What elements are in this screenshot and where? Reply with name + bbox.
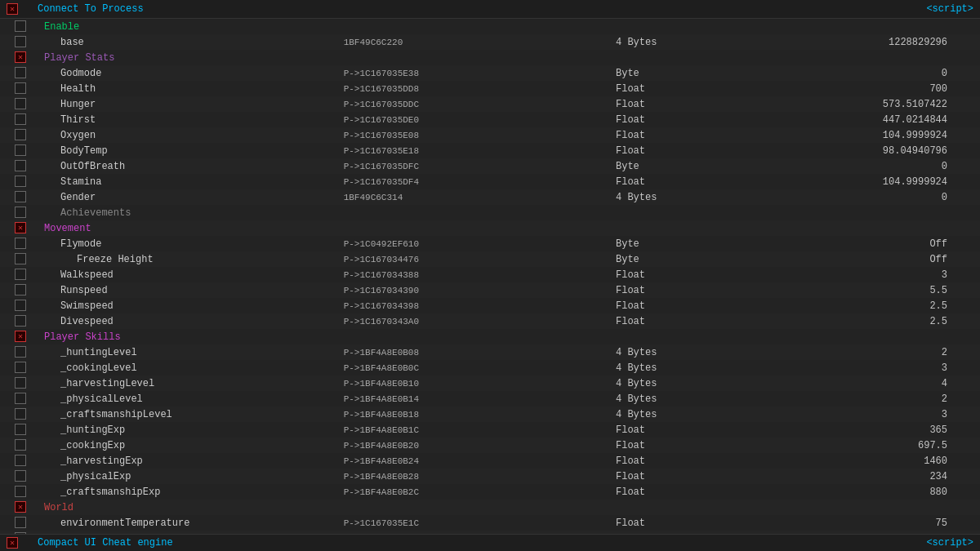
footer-checkbox[interactable]: ✕ <box>7 537 18 549</box>
table-row: BodyTemp P->1C167035E18 Float 98.0494079… <box>0 143 980 158</box>
row-value: 5.5 <box>776 282 980 298</box>
enable-value <box>776 19 980 34</box>
group-type <box>612 329 776 344</box>
row-checkbox[interactable] <box>15 284 26 295</box>
row-addr: P->1C167035DF4 <box>341 174 612 189</box>
row-addr: P->1BF4A8E0B10 <box>341 375 612 391</box>
row-checkbox[interactable] <box>15 36 26 47</box>
row-type: Byte <box>612 236 776 251</box>
row-addr: P->1C167035E38 <box>341 65 612 81</box>
enable-addr <box>341 19 612 34</box>
row-checkbox[interactable] <box>15 82 26 94</box>
row-value: 0 <box>776 65 980 81</box>
row-checkbox[interactable] <box>15 455 26 466</box>
row-checkbox[interactable] <box>15 238 26 249</box>
row-type: 4 Bytes <box>612 407 776 422</box>
row-checkbox[interactable] <box>15 253 26 264</box>
table-row: Health P->1C167035DD8 Float 700 <box>0 81 980 96</box>
row-addr: P->1C167035DFC <box>341 158 612 174</box>
connect-button[interactable]: Connect To Process <box>38 3 144 15</box>
group-checkbox[interactable]: ✕ <box>15 501 26 513</box>
main-container: ✕ Connect To Process <script> Enable bas… <box>0 0 980 551</box>
row-checkbox[interactable] <box>15 207 26 218</box>
row-type: Float <box>612 313 776 329</box>
row-addr: P->1C167035DDC <box>341 96 612 112</box>
table-row: Hunger P->1C167035DDC Float 573.5107422 <box>0 96 980 112</box>
row-checkbox[interactable] <box>15 67 26 78</box>
row-checkbox[interactable] <box>15 269 26 280</box>
row-name: _physicalExp <box>41 469 341 484</box>
row-checkbox[interactable] <box>15 113 26 125</box>
row-type: Float <box>612 143 776 158</box>
row-checkbox[interactable] <box>15 191 26 202</box>
row-checkbox[interactable] <box>15 377 26 389</box>
group-checkbox[interactable]: ✕ <box>15 51 26 63</box>
row-value: 104.9999924 <box>776 174 980 189</box>
row-checkbox[interactable] <box>15 346 26 358</box>
group-value <box>776 50 980 65</box>
header-checkbox[interactable]: ✕ <box>7 3 18 15</box>
row-value: 365 <box>776 422 980 438</box>
row-name: Walkspeed <box>41 267 341 282</box>
row-name: Health <box>41 81 341 96</box>
row-checkbox[interactable] <box>15 144 26 156</box>
row-checkbox[interactable] <box>15 439 26 451</box>
table-row: Freeze Height P->1C167034476 Byte Off <box>0 251 980 267</box>
row-checkbox[interactable] <box>15 176 26 187</box>
row-addr: P->1C167035E08 <box>341 127 612 143</box>
header-row: ✕ Connect To Process <script> <box>0 0 980 19</box>
table-row: ✕ Player Stats <box>0 50 980 65</box>
row-value: 104.9999924 <box>776 127 980 143</box>
row-checkbox[interactable] <box>15 517 26 528</box>
group-checkbox[interactable]: ✕ <box>15 331 26 342</box>
row-type: Float <box>612 96 776 112</box>
footer-script-button[interactable]: <script> <box>926 537 973 549</box>
row-type: Byte <box>612 65 776 81</box>
table-row: _cookingLevel P->1BF4A8E0B0C 4 Bytes 3 <box>0 360 980 375</box>
row-name: Flymode <box>41 236 341 251</box>
row-name: Swimspeed <box>41 298 341 313</box>
row-name: Divespeed <box>41 313 341 329</box>
row-value: 0 <box>776 158 980 174</box>
row-checkbox[interactable] <box>15 362 26 373</box>
row-type: Float <box>612 81 776 96</box>
row-checkbox[interactable] <box>15 424 26 435</box>
row-checkbox[interactable] <box>15 300 26 311</box>
row-checkbox[interactable] <box>15 408 26 420</box>
row-addr: P->1BF4A8E0B14 <box>341 391 612 407</box>
row-name: _craftsmanshipLevel <box>41 407 341 422</box>
table-row: _physicalExp P->1BF4A8E0B28 Float 234 <box>0 469 980 484</box>
cheat-table: Enable base 1BF49C6C220 4 Bytes 12288292… <box>0 19 980 534</box>
table-row: _craftsmanshipExp P->1BF4A8E0B2C Float 8… <box>0 484 980 500</box>
group-type <box>612 500 776 515</box>
row-checkbox[interactable] <box>15 470 26 482</box>
row-addr: P->1C167034388 <box>341 267 612 282</box>
row-value: Off <box>776 236 980 251</box>
row-name: Thirst <box>41 112 341 127</box>
row-name: _craftsmanshipExp <box>41 484 341 500</box>
row-checkbox[interactable] <box>15 129 26 140</box>
enable-checkbox[interactable] <box>15 20 26 32</box>
row-name: _cookingLevel <box>41 360 341 375</box>
group-checkbox[interactable]: ✕ <box>15 222 26 233</box>
table-row: Divespeed P->1C1670343A0 Float 2.5 <box>0 313 980 329</box>
table-row: Oxygen P->1C167035E08 Float 104.9999924 <box>0 127 980 143</box>
header-script-button[interactable]: <script> <box>926 3 973 15</box>
row-checkbox[interactable] <box>15 486 26 497</box>
row-addr: P->1C167034390 <box>341 282 612 298</box>
table-row: Stamina P->1C167035DF4 Float 104.9999924 <box>0 174 980 189</box>
row-type: Float <box>612 174 776 189</box>
row-addr: P->1BF4A8E0B2C <box>341 484 612 500</box>
row-name: _harvestingExp <box>41 453 341 469</box>
row-checkbox[interactable] <box>15 98 26 109</box>
row-checkbox[interactable] <box>15 315 26 327</box>
row-type: 4 Bytes <box>612 34 776 50</box>
row-name: Runspeed <box>41 282 341 298</box>
row-checkbox[interactable] <box>15 393 26 404</box>
row-value: 2 <box>776 391 980 407</box>
row-type: Byte <box>612 251 776 267</box>
row-name: base <box>41 34 341 50</box>
row-checkbox[interactable] <box>15 160 26 171</box>
row-name: Freeze Height <box>41 251 341 267</box>
table-row: ✕ World <box>0 500 980 515</box>
